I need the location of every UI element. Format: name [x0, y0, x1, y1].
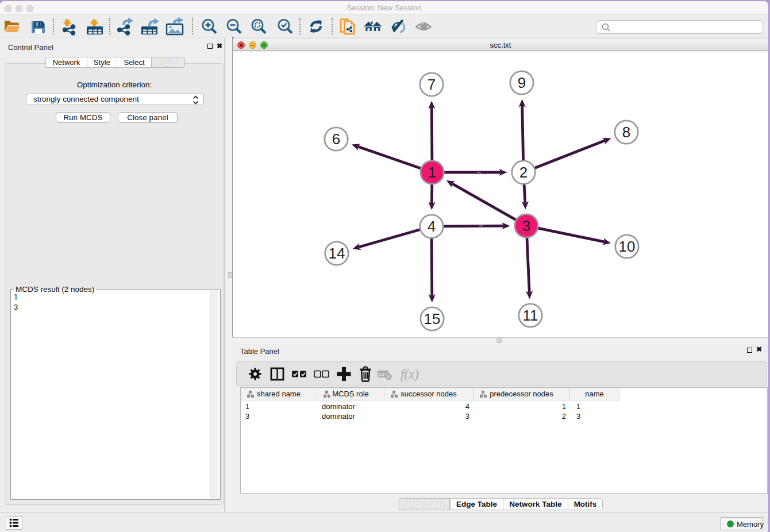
svg-text:9: 9	[518, 74, 526, 91]
svg-text:6: 6	[332, 130, 340, 148]
svg-text:f(x): f(x)	[401, 367, 419, 381]
svg-text:11: 11	[523, 307, 538, 324]
svg-text:1: 1	[428, 164, 436, 181]
svg-text:8: 8	[622, 124, 630, 141]
svg-text:2: 2	[519, 164, 528, 181]
svg-text:4: 4	[428, 218, 436, 235]
svg-text:14: 14	[329, 245, 345, 262]
svg-text:7: 7	[428, 76, 436, 93]
svg-text:15: 15	[424, 310, 441, 327]
svg-text:3: 3	[522, 217, 530, 234]
svg-text:10: 10	[619, 238, 636, 255]
